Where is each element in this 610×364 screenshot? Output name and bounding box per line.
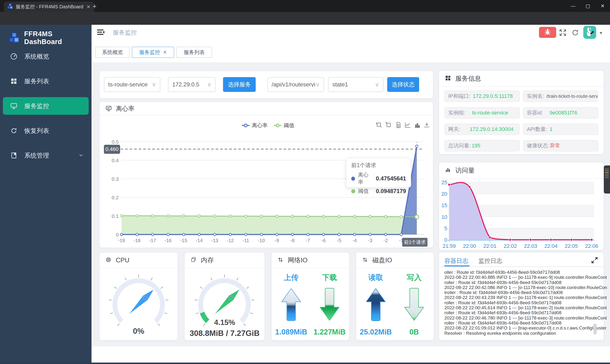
updown-arrows-icon <box>362 257 369 264</box>
tooltip-title: 前1个请求 <box>351 162 406 169</box>
chart-tooltip: 前1个请求 离心率0.47545641 阈值0.09487179 <box>346 158 411 188</box>
svg-text:-9: -9 <box>275 238 279 243</box>
visits-header: 访问量 <box>439 163 604 179</box>
tab-close-icon[interactable]: ✕ <box>86 4 91 10</box>
line-chart-icon[interactable] <box>404 121 411 129</box>
window-controls: — ▢ ✕ <box>566 0 610 12</box>
refresh-icon <box>10 127 18 134</box>
refresh-page-icon[interactable] <box>571 29 579 37</box>
log-line: 2022-08-22 22:00:46.780 INFO 1 --- [io-1… <box>444 315 599 320</box>
svg-text:22:06: 22:06 <box>585 243 598 249</box>
service-info-card: 服务信息 IP和端口:172.29.0.5:11178 实例名:/train-t… <box>439 71 604 154</box>
minimize-button[interactable]: — <box>566 0 581 12</box>
service-group-select[interactable]: ts-route-service∨ <box>104 77 160 92</box>
log-line: 2022-08-22 22:01:09.012 INFO 1 --- [trap… <box>444 325 599 330</box>
data-view-icon[interactable] <box>394 121 402 129</box>
tag-service-list[interactable]: 服务列表 <box>176 47 212 58</box>
bug-report-button[interactable] <box>539 27 556 38</box>
sidebar-item-service-monitor[interactable]: 服务监控 <box>3 97 89 115</box>
card-title: 网络IO <box>288 256 308 264</box>
tooltip-row-ecc: 离心率0.47545641 <box>351 171 406 186</box>
tag-service-monitor[interactable]: 服务监控✕ <box>132 47 174 58</box>
api-select[interactable]: /api/v1/routeservic∨ <box>267 77 324 92</box>
upload-value: 1.089MiB <box>272 328 310 336</box>
close-button[interactable]: ✕ <box>595 0 610 12</box>
grid-icon <box>10 77 18 85</box>
favicon-cubes-icon <box>7 4 13 10</box>
zoom-reset-icon[interactable] <box>385 121 392 129</box>
sidebar-item-label: 服务监控 <box>24 102 49 110</box>
sidebar-item-label: 系统管理 <box>24 151 49 160</box>
sidebar-item-system-admin[interactable]: 系统管理 <box>0 147 92 164</box>
page-minimap-widget[interactable] <box>604 166 610 194</box>
log-line: 2022-08-22 22:00:40.885 INFO 1 --- [io-1… <box>444 275 599 280</box>
svg-text:22:05: 22:05 <box>565 243 578 249</box>
zoom-select-icon[interactable] <box>376 121 383 129</box>
maximize-button[interactable]: ▢ <box>581 0 595 12</box>
download-label: 下载 <box>311 273 349 283</box>
svg-text:-12: -12 <box>227 238 234 243</box>
tag-close-icon[interactable]: ✕ <box>163 50 167 55</box>
svg-text:-6: -6 <box>321 238 326 243</box>
select-state-button[interactable]: 选择状态 <box>387 77 419 92</box>
svg-text:-2: -2 <box>384 238 388 243</box>
log-line: roller : Route id: f3d4d4ef-693b-4456-8e… <box>444 280 599 285</box>
sidebar-item-label: 系统概览 <box>24 52 49 61</box>
download-value: 1.227MiB <box>311 328 349 336</box>
bar-chart-icon <box>445 167 452 174</box>
browser-titlebar: 服务监控 - FFR4MS DashBoard ✕ + — ▢ ✕ <box>0 0 610 12</box>
save-image-icon[interactable] <box>423 121 430 129</box>
cpu-chip-icon <box>105 257 112 264</box>
svg-text:-7: -7 <box>306 238 310 243</box>
info-field: 实例名:/train-ticket-ts-route-service-1 <box>523 91 598 102</box>
write-label: 写入 <box>395 273 433 283</box>
avatar-caret-icon[interactable]: ▼ <box>599 31 603 35</box>
log-lines[interactable]: oller : Route id: f3d4d4ef-693b-4456-8ee… <box>444 270 599 336</box>
chevron-down-icon: ∨ <box>375 81 379 88</box>
svg-text:0.1: 0.1 <box>112 213 119 219</box>
svg-text:10: 10 <box>442 214 447 220</box>
log-scrollbar-thumb[interactable] <box>594 324 597 335</box>
svg-text:-13: -13 <box>211 238 218 243</box>
tab-monitor-logs[interactable]: 监控日志 <box>478 257 502 265</box>
memory-detail: 308.8MiB / 7.27GiB <box>185 329 264 338</box>
memory-percent: 4.15% <box>185 318 264 327</box>
svg-text:-8: -8 <box>290 238 295 243</box>
new-tab-button[interactable]: + <box>93 2 97 11</box>
blue-dot-icon <box>351 177 355 181</box>
legend-threshold[interactable]: 阈值 <box>274 122 294 129</box>
info-field: 健康状态:异常 <box>523 140 598 151</box>
browser-tab[interactable]: 服务监控 - FFR4MS DashBoard ✕ <box>4 2 94 12</box>
log-line: roller : Route id: f3d4d4ef-693b-4456-8e… <box>444 320 599 325</box>
expand-icon[interactable] <box>591 256 598 265</box>
tab-container-logs[interactable]: 容器日志 <box>444 257 468 265</box>
user-avatar[interactable] <box>583 26 596 39</box>
tag-overview[interactable]: 系统概览 <box>95 47 130 58</box>
legend-ecc[interactable]: 离心率 <box>242 122 268 129</box>
download-arrow-icon <box>319 286 340 324</box>
svg-text:0.3: 0.3 <box>112 176 119 182</box>
svg-text:22:04: 22:04 <box>544 243 557 249</box>
screen: 服务监控 - FFR4MS DashBoard ✕ + — ▢ ✕ ← loca… <box>0 0 610 364</box>
fullscreen-icon[interactable] <box>559 29 567 37</box>
cpu-card: CPU 0% <box>100 253 177 340</box>
app-logo[interactable]: FFR4MS DashBoard <box>0 25 92 46</box>
sidebar: FFR4MS DashBoard 系统概览 服务列表 服务监控 恢复列表 系统管… <box>0 25 92 363</box>
sidebar-item-service-list[interactable]: 服务列表 <box>0 72 92 90</box>
ip-select[interactable]: 172.29.0.5∨ <box>168 77 216 92</box>
hamburger-icon[interactable] <box>96 28 105 38</box>
sidebar-item-recovery-list[interactable]: 恢复列表 <box>0 122 92 140</box>
svg-text:-5: -5 <box>337 238 341 243</box>
green-dot-icon <box>351 189 355 193</box>
log-line: roller : Route id: f3d4d4ef-693b-4456-8e… <box>444 310 599 315</box>
markline-value-pill: 0.460 <box>104 145 120 154</box>
eccentricity-legend[interactable]: 离心率 阈值 <box>242 122 294 129</box>
svg-text:0.4: 0.4 <box>112 158 119 163</box>
sidebar-item-overview[interactable]: 系统概览 <box>0 48 92 65</box>
svg-text:-16: -16 <box>165 238 172 243</box>
svg-text:-19: -19 <box>118 238 125 243</box>
select-service-button[interactable]: 选择服务 <box>223 77 256 92</box>
state-select[interactable]: state1∨ <box>328 77 383 92</box>
bar-chart-icon[interactable] <box>414 121 421 129</box>
svg-text:22:02: 22:02 <box>504 243 517 249</box>
